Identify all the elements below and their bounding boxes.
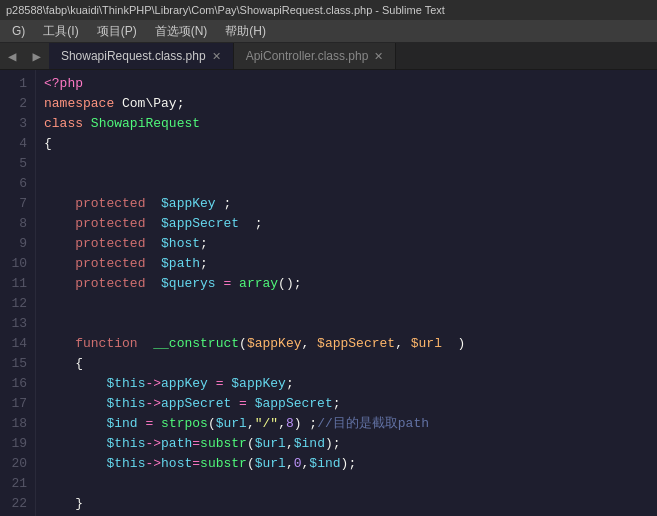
line-num: 14 xyxy=(4,334,27,354)
line-num: 1 xyxy=(4,74,27,94)
title-bar: p28588\fabp\kuaidi\ThinkPHP\Library\Com\… xyxy=(0,0,657,20)
line-num: 12 xyxy=(4,294,27,314)
line-num: 21 xyxy=(4,474,27,494)
code-line-19: $this->path=substr($url,$ind); xyxy=(44,434,649,454)
code-line-17: $this->appSecret = $appSecret; xyxy=(44,394,649,414)
tab-showapi-label: ShowapiRequest.class.php xyxy=(61,49,206,63)
tab-bar: ◀ ▶ ShowapiRequest.class.php ✕ ApiContro… xyxy=(0,42,657,70)
code-line-10: protected $path; xyxy=(44,254,649,274)
code-line-2: namespace Com\Pay; xyxy=(44,94,649,114)
code-line-16: $this->appKey = $appKey; xyxy=(44,374,649,394)
line-num: 6 xyxy=(4,174,27,194)
code-line-18: $ind = strpos($url,"/",8) ;//目的是截取path xyxy=(44,414,649,434)
line-num: 7 xyxy=(4,194,27,214)
menu-preferences[interactable]: 首选项(N) xyxy=(147,21,216,42)
line-num: 16 xyxy=(4,374,27,394)
line-num: 17 xyxy=(4,394,27,414)
menu-project[interactable]: 项目(P) xyxy=(89,21,145,42)
menu-bar: G) 工具(I) 项目(P) 首选项(N) 帮助(H) xyxy=(0,20,657,42)
title-text: p28588\fabp\kuaidi\ThinkPHP\Library\Com\… xyxy=(6,4,445,16)
code-line-5 xyxy=(44,154,649,174)
line-num: 9 xyxy=(4,234,27,254)
line-num: 2 xyxy=(4,94,27,114)
tab-nav-left[interactable]: ◀ xyxy=(0,43,24,69)
code-line-6 xyxy=(44,174,649,194)
code-line-14: function __construct($appKey, $appSecret… xyxy=(44,334,649,354)
tab-showapi-close[interactable]: ✕ xyxy=(212,50,221,63)
code-line-20: $this->host=substr($url,0,$ind); xyxy=(44,454,649,474)
tab-apicontroller-label: ApiController.class.php xyxy=(246,49,369,63)
tab-showapi[interactable]: ShowapiRequest.class.php ✕ xyxy=(49,43,234,69)
code-line-22: } xyxy=(44,494,649,514)
editor: 1 2 3 4 5 6 7 8 9 10 11 12 13 14 15 16 1… xyxy=(0,70,657,516)
line-num: 11 xyxy=(4,274,27,294)
code-line-11: protected $querys = array(); xyxy=(44,274,649,294)
code-line-15: { xyxy=(44,354,649,374)
tab-apicontroller-close[interactable]: ✕ xyxy=(374,50,383,63)
code-line-21 xyxy=(44,474,649,494)
tab-apicontroller[interactable]: ApiController.class.php ✕ xyxy=(234,43,397,69)
line-num: 10 xyxy=(4,254,27,274)
menu-help[interactable]: 帮助(H) xyxy=(217,21,274,42)
code-line-8: protected $appSecret ; xyxy=(44,214,649,234)
menu-tools[interactable]: 工具(I) xyxy=(35,21,86,42)
code-line-7: protected $appKey ; xyxy=(44,194,649,214)
line-num: 4 xyxy=(4,134,27,154)
code-line-4: { xyxy=(44,134,649,154)
code-line-12 xyxy=(44,294,649,314)
line-num: 3 xyxy=(4,114,27,134)
line-numbers: 1 2 3 4 5 6 7 8 9 10 11 12 13 14 15 16 1… xyxy=(0,70,36,516)
code-line-1: <?php xyxy=(44,74,649,94)
menu-g[interactable]: G) xyxy=(4,22,33,40)
line-num: 15 xyxy=(4,354,27,374)
code-area[interactable]: <?php namespace Com\Pay; class ShowapiRe… xyxy=(36,70,657,516)
line-num: 5 xyxy=(4,154,27,174)
line-num: 19 xyxy=(4,434,27,454)
line-num: 13 xyxy=(4,314,27,334)
code-line-3: class ShowapiRequest xyxy=(44,114,649,134)
code-line-9: protected $host; xyxy=(44,234,649,254)
tab-nav-right[interactable]: ▶ xyxy=(24,43,48,69)
line-num: 20 xyxy=(4,454,27,474)
line-num: 22 xyxy=(4,494,27,514)
line-num: 8 xyxy=(4,214,27,234)
line-num: 18 xyxy=(4,414,27,434)
code-line-13 xyxy=(44,314,649,334)
